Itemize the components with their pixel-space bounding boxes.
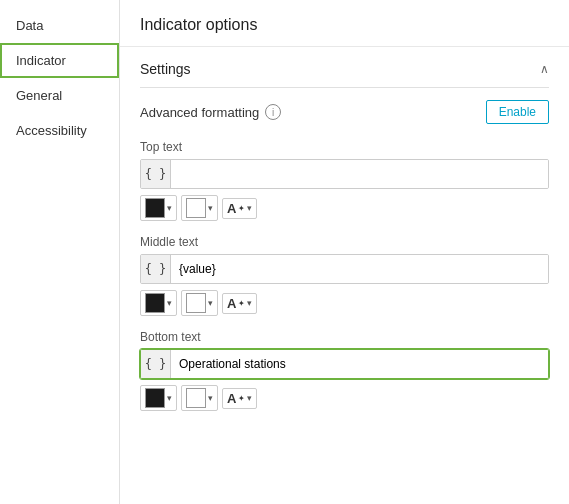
middle-text-input[interactable]: [171, 255, 548, 283]
collapse-icon[interactable]: ∧: [540, 62, 549, 76]
advanced-formatting-text: Advanced formatting: [140, 105, 259, 120]
top-text-input[interactable]: [171, 160, 548, 188]
middle-text-format-controls: ▾ ▾ A ✦ ▾: [140, 290, 549, 316]
middle-text-fill-color[interactable]: ▾: [140, 290, 177, 316]
sidebar-label-indicator: Indicator: [16, 53, 66, 68]
middle-text-fill-swatch: [145, 293, 165, 313]
sidebar-item-general[interactable]: General: [0, 78, 119, 113]
middle-font-size-sub: ✦: [238, 299, 245, 308]
middle-text-label: Middle text: [140, 235, 549, 249]
bottom-font-size-sub: ✦: [238, 394, 245, 403]
section-header: Settings ∧: [140, 47, 549, 88]
middle-font-size-arrow: ▾: [247, 298, 252, 308]
middle-text-bg-color[interactable]: ▾: [181, 290, 218, 316]
top-text-bg-swatch: [186, 198, 206, 218]
top-text-font-size[interactable]: A ✦ ▾: [222, 198, 257, 219]
top-text-bg-color[interactable]: ▾: [181, 195, 218, 221]
bottom-font-size-arrow: ▾: [247, 393, 252, 403]
middle-text-fill-arrow: ▾: [167, 298, 172, 308]
top-text-label: Top text: [140, 140, 549, 154]
main-panel: Indicator options Settings ∧ Advanced fo…: [120, 0, 569, 504]
sidebar-label-general: General: [16, 88, 62, 103]
middle-text-bg-arrow: ▾: [208, 298, 213, 308]
bottom-text-bg-color[interactable]: ▾: [181, 385, 218, 411]
top-text-curly-button[interactable]: { }: [141, 160, 171, 188]
bottom-text-fill-color[interactable]: ▾: [140, 385, 177, 411]
bottom-text-label: Bottom text: [140, 330, 549, 344]
top-text-group: Top text { } ▾ ▾ A ✦ ▾: [140, 140, 549, 221]
bottom-text-bg-arrow: ▾: [208, 393, 213, 403]
middle-text-group: Middle text { } ▾ ▾ A ✦ ▾: [140, 235, 549, 316]
bottom-text-curly-button[interactable]: { }: [141, 350, 171, 378]
enable-button[interactable]: Enable: [486, 100, 549, 124]
advanced-formatting-label-group: Advanced formatting i: [140, 104, 281, 120]
bottom-text-group: Bottom text { } ▾ ▾ A ✦ ▾: [140, 330, 549, 411]
bottom-text-input[interactable]: [171, 350, 548, 378]
top-text-input-row: { }: [140, 159, 549, 189]
middle-text-curly-button[interactable]: { }: [141, 255, 171, 283]
top-text-format-controls: ▾ ▾ A ✦ ▾: [140, 195, 549, 221]
bottom-font-size-icon: A: [227, 391, 236, 406]
sidebar-label-data: Data: [16, 18, 43, 33]
font-size-icon: A: [227, 201, 236, 216]
page-title: Indicator options: [120, 0, 569, 47]
settings-section: Settings ∧ Advanced formatting i Enable …: [120, 47, 569, 411]
bottom-text-font-size[interactable]: A ✦ ▾: [222, 388, 257, 409]
advanced-formatting-row: Advanced formatting i Enable: [140, 100, 549, 124]
bottom-text-format-controls: ▾ ▾ A ✦ ▾: [140, 385, 549, 411]
info-icon[interactable]: i: [265, 104, 281, 120]
top-text-fill-arrow: ▾: [167, 203, 172, 213]
font-size-arrow: ▾: [247, 203, 252, 213]
sidebar-item-indicator[interactable]: Indicator: [0, 43, 119, 78]
bottom-text-fill-swatch: [145, 388, 165, 408]
middle-font-size-icon: A: [227, 296, 236, 311]
middle-text-font-size[interactable]: A ✦ ▾: [222, 293, 257, 314]
sidebar-item-data[interactable]: Data: [0, 8, 119, 43]
bottom-text-input-row: { }: [140, 349, 549, 379]
top-text-fill-swatch: [145, 198, 165, 218]
section-title: Settings: [140, 61, 191, 77]
bottom-text-bg-swatch: [186, 388, 206, 408]
sidebar-item-accessibility[interactable]: Accessibility: [0, 113, 119, 148]
sidebar: Data Indicator General Accessibility: [0, 0, 120, 504]
top-text-bg-arrow: ▾: [208, 203, 213, 213]
top-text-fill-color[interactable]: ▾: [140, 195, 177, 221]
middle-text-input-row: { }: [140, 254, 549, 284]
sidebar-label-accessibility: Accessibility: [16, 123, 87, 138]
middle-text-bg-swatch: [186, 293, 206, 313]
bottom-text-fill-arrow: ▾: [167, 393, 172, 403]
font-size-sub: ✦: [238, 204, 245, 213]
